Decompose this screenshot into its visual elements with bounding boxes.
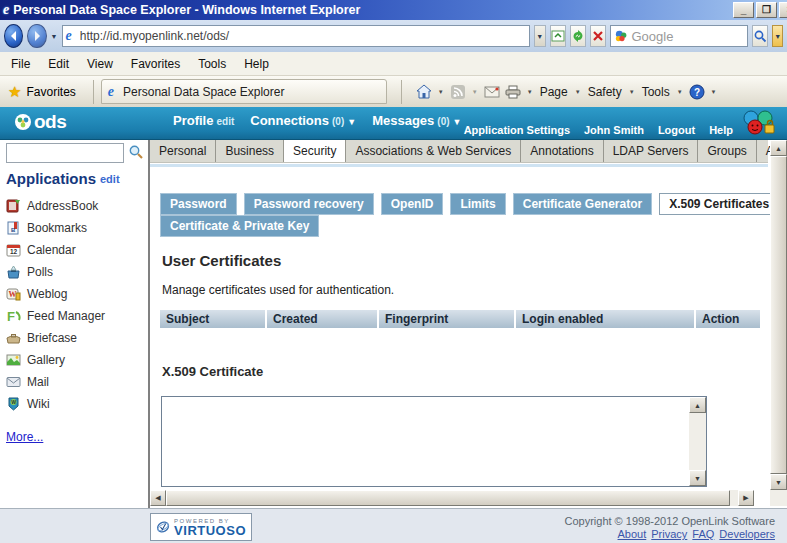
- tab-annotations[interactable]: Annotations: [521, 140, 603, 162]
- subtab-x509-certificates[interactable]: X.509 Certificates: [659, 193, 779, 215]
- menu-view[interactable]: View: [78, 54, 122, 74]
- about-link[interactable]: About: [618, 528, 647, 540]
- ods-logo[interactable]: ods: [14, 111, 66, 133]
- favorites-button[interactable]: ★ Favorites: [0, 80, 90, 104]
- help-link[interactable]: Help: [709, 124, 733, 136]
- certificate-textarea[interactable]: [162, 397, 690, 486]
- restore-button[interactable]: ❐: [756, 2, 777, 18]
- scroll-left-button[interactable]: ◀: [150, 490, 166, 506]
- home-button[interactable]: [415, 83, 433, 101]
- app-briefcase[interactable]: Briefcase: [6, 330, 105, 346]
- bookmarks-icon: B: [6, 221, 21, 235]
- arrow-left-icon: ◀: [155, 494, 160, 502]
- app-mail[interactable]: Mail: [6, 374, 105, 390]
- print-dropdown[interactable]: ▼: [525, 89, 535, 95]
- help-button[interactable]: ?: [688, 83, 706, 101]
- home-dropdown[interactable]: ▼: [436, 89, 446, 95]
- safety-dropdown[interactable]: ▼: [627, 89, 637, 95]
- app-gallery[interactable]: Gallery: [6, 352, 105, 368]
- back-button[interactable]: [4, 24, 23, 48]
- menu-tools[interactable]: Tools: [189, 54, 235, 74]
- feeds-dropdown[interactable]: ▼: [470, 89, 480, 95]
- refresh-button[interactable]: [570, 25, 586, 47]
- tools-dropdown[interactable]: ▼: [675, 89, 685, 95]
- user-link[interactable]: John Smith: [584, 124, 644, 136]
- scroll-down-button[interactable]: ▼: [770, 474, 787, 490]
- minimize-button[interactable]: _: [733, 2, 754, 18]
- app-wiki[interactable]: W Wiki: [6, 396, 105, 412]
- menu-help[interactable]: Help: [235, 54, 278, 74]
- virtuoso-badge[interactable]: POWERED BY VIRTUOSO: [150, 513, 252, 541]
- app-addressbook[interactable]: AddressBook: [6, 198, 105, 214]
- developers-link[interactable]: Developers: [719, 528, 775, 540]
- profile-edit-link[interactable]: edit: [216, 116, 234, 127]
- subtab-certificate-private-key[interactable]: Certificate & Private Key: [160, 215, 319, 237]
- scroll-up-button[interactable]: ▲: [689, 397, 706, 413]
- application-settings-link[interactable]: Application Settings: [464, 124, 570, 136]
- star-icon: ★: [8, 83, 21, 101]
- close-button[interactable]: ×: [779, 2, 787, 18]
- tab-business[interactable]: Business: [216, 140, 284, 162]
- search-input[interactable]: [631, 29, 743, 44]
- help-dropdown[interactable]: ▼: [709, 89, 719, 95]
- app-bookmarks[interactable]: B Bookmarks: [6, 220, 105, 236]
- stop-button[interactable]: [590, 25, 606, 47]
- search-button[interactable]: [128, 144, 144, 163]
- tab-associations[interactable]: Associations & Web Services: [346, 140, 521, 162]
- nav-profile[interactable]: Profileedit: [173, 113, 234, 128]
- scroll-right-button[interactable]: ▶: [738, 490, 754, 506]
- page-menu[interactable]: Page: [538, 85, 570, 99]
- presence-icons[interactable]: [737, 109, 779, 140]
- safety-menu[interactable]: Safety: [586, 85, 624, 99]
- applications-edit-link[interactable]: edit: [100, 173, 120, 185]
- forward-button[interactable]: [27, 24, 46, 48]
- subtab-password-recovery[interactable]: Password recovery: [244, 193, 374, 215]
- help-icon: ?: [689, 84, 705, 100]
- col-subject: Subject: [160, 310, 265, 328]
- search-options-dropdown[interactable]: ▼: [772, 25, 783, 47]
- print-button[interactable]: [504, 83, 522, 101]
- address-input[interactable]: [80, 29, 526, 43]
- compatibility-view-button[interactable]: [550, 25, 566, 47]
- menu-file[interactable]: File: [2, 54, 39, 74]
- subtab-password[interactable]: Password: [160, 193, 237, 215]
- tools-menu[interactable]: Tools: [640, 85, 672, 99]
- app-polls[interactable]: Polls: [6, 264, 105, 280]
- scroll-up-button[interactable]: ▲: [770, 140, 787, 156]
- browser-tab[interactable]: e Personal Data Space Explorer: [101, 79, 387, 104]
- privacy-link[interactable]: Privacy: [651, 528, 687, 540]
- logout-link[interactable]: Logout: [658, 124, 695, 136]
- applications-title: Applications: [6, 170, 96, 187]
- more-link[interactable]: More...: [6, 430, 43, 444]
- scroll-down-button[interactable]: ▼: [689, 470, 706, 486]
- scrollbar-thumb[interactable]: [166, 490, 730, 506]
- horizontal-scrollbar[interactable]: ◀ ▶: [150, 490, 754, 506]
- sidebar-search-input[interactable]: [7, 144, 123, 162]
- vertical-scrollbar[interactable]: ▲ ▼: [770, 140, 787, 490]
- app-calendar[interactable]: 12 Calendar: [6, 242, 105, 258]
- read-mail-button[interactable]: [483, 83, 501, 101]
- tab-personal[interactable]: Personal: [150, 140, 216, 162]
- tab-ldap-servers[interactable]: LDAP Servers: [604, 140, 699, 162]
- page-dropdown[interactable]: ▼: [573, 89, 583, 95]
- menu-edit[interactable]: Edit: [39, 54, 78, 74]
- faq-link[interactable]: FAQ: [692, 528, 714, 540]
- subtab-certificate-generator[interactable]: Certificate Generator: [513, 193, 652, 215]
- subtab-openid[interactable]: OpenID: [381, 193, 444, 215]
- app-weblog[interactable]: W Weblog: [6, 286, 105, 302]
- search-go-button[interactable]: [752, 25, 768, 47]
- nav-connections[interactable]: Connections(0)▼: [250, 113, 356, 128]
- briefcase-icon: [6, 331, 21, 345]
- feeds-button[interactable]: [449, 83, 467, 101]
- nav-messages[interactable]: Messages(0)▼: [372, 113, 461, 128]
- menu-favorites[interactable]: Favorites: [122, 54, 189, 74]
- textarea-scrollbar[interactable]: ▲ ▼: [689, 397, 706, 486]
- app-feed-manager[interactable]: F Feed Manager: [6, 308, 105, 324]
- addressbook-icon: [6, 199, 21, 213]
- recent-pages-dropdown[interactable]: ▼: [51, 33, 58, 40]
- tab-groups[interactable]: Groups: [698, 140, 756, 162]
- tab-security[interactable]: Security: [284, 140, 346, 162]
- subtab-limits[interactable]: Limits: [450, 193, 505, 215]
- scrollbar-thumb[interactable]: [770, 156, 787, 474]
- address-dropdown-button[interactable]: ▼: [534, 25, 546, 47]
